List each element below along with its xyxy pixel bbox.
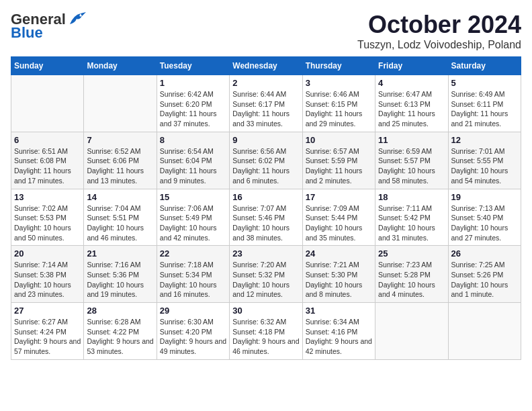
day-number: 13 — [14, 192, 81, 202]
calendar-week-2: 6Sunrise: 6:51 AM Sunset: 6:08 PM Daylig… — [11, 132, 521, 189]
calendar-cell: 25Sunrise: 7:23 AM Sunset: 5:28 PM Dayli… — [375, 246, 448, 303]
day-info: Sunrise: 7:11 AM Sunset: 5:42 PM Dayligh… — [378, 203, 445, 243]
day-number: 25 — [378, 248, 445, 259]
day-info: Sunrise: 7:18 AM Sunset: 5:34 PM Dayligh… — [160, 260, 226, 300]
day-info: Sunrise: 7:21 AM Sunset: 5:30 PM Dayligh… — [306, 260, 372, 300]
day-info: Sunrise: 6:27 AM Sunset: 4:24 PM Dayligh… — [14, 317, 81, 357]
calendar-cell: 20Sunrise: 7:14 AM Sunset: 5:38 PM Dayli… — [11, 246, 84, 303]
day-info: Sunrise: 7:20 AM Sunset: 5:32 PM Dayligh… — [232, 260, 299, 300]
day-number: 17 — [306, 192, 372, 202]
calendar-cell: 13Sunrise: 7:02 AM Sunset: 5:53 PM Dayli… — [11, 189, 84, 246]
day-number: 31 — [306, 306, 372, 316]
day-info: Sunrise: 6:42 AM Sunset: 6:20 PM Dayligh… — [160, 89, 226, 129]
logo-bird-icon — [67, 12, 86, 27]
weekday-header-monday: Monday — [84, 57, 157, 75]
location: Tuszyn, Lodz Voivodeship, Poland — [357, 39, 521, 51]
day-info: Sunrise: 6:30 AM Sunset: 4:20 PM Dayligh… — [160, 317, 226, 357]
day-number: 5 — [451, 78, 518, 88]
month-title: October 2024 — [357, 11, 521, 39]
day-number: 30 — [232, 306, 299, 316]
logo: General Blue — [11, 11, 86, 42]
weekday-header-wednesday: Wednesday — [230, 57, 302, 75]
calendar-cell: 8Sunrise: 6:54 AM Sunset: 6:04 PM Daylig… — [157, 132, 229, 189]
day-number: 3 — [306, 78, 372, 88]
calendar-week-5: 27Sunrise: 6:27 AM Sunset: 4:24 PM Dayli… — [11, 303, 521, 360]
calendar-cell: 4Sunrise: 6:47 AM Sunset: 6:13 PM Daylig… — [375, 75, 448, 132]
day-number: 23 — [232, 248, 299, 259]
day-info: Sunrise: 7:04 AM Sunset: 5:51 PM Dayligh… — [87, 203, 153, 243]
day-info: Sunrise: 7:09 AM Sunset: 5:44 PM Dayligh… — [306, 203, 372, 243]
calendar-cell: 12Sunrise: 7:01 AM Sunset: 5:55 PM Dayli… — [448, 132, 521, 189]
day-info: Sunrise: 6:32 AM Sunset: 4:18 PM Dayligh… — [232, 317, 299, 357]
day-number: 20 — [14, 248, 81, 259]
page-header: General Blue October 2024 Tuszyn, Lodz V… — [11, 11, 521, 51]
calendar-week-1: 1Sunrise: 6:42 AM Sunset: 6:20 PM Daylig… — [11, 75, 521, 132]
calendar-cell: 22Sunrise: 7:18 AM Sunset: 5:34 PM Dayli… — [157, 246, 229, 303]
calendar-header-row: SundayMondayTuesdayWednesdayThursdayFrid… — [11, 57, 521, 75]
day-info: Sunrise: 7:14 AM Sunset: 5:38 PM Dayligh… — [14, 260, 81, 300]
weekday-header-friday: Friday — [375, 57, 448, 75]
calendar-week-3: 13Sunrise: 7:02 AM Sunset: 5:53 PM Dayli… — [11, 189, 521, 246]
calendar-cell — [375, 303, 448, 360]
calendar-cell: 5Sunrise: 6:49 AM Sunset: 6:11 PM Daylig… — [448, 75, 521, 132]
day-number: 28 — [87, 306, 153, 316]
calendar-cell: 31Sunrise: 6:34 AM Sunset: 4:16 PM Dayli… — [302, 303, 375, 360]
day-number: 15 — [160, 192, 226, 202]
weekday-header-tuesday: Tuesday — [157, 57, 229, 75]
calendar-cell — [84, 75, 157, 132]
day-info: Sunrise: 6:56 AM Sunset: 6:02 PM Dayligh… — [232, 146, 299, 186]
day-info: Sunrise: 6:52 AM Sunset: 6:06 PM Dayligh… — [87, 146, 153, 186]
day-number: 6 — [14, 135, 81, 145]
day-info: Sunrise: 6:28 AM Sunset: 4:22 PM Dayligh… — [87, 317, 153, 357]
day-number: 7 — [87, 135, 153, 145]
calendar-body: 1Sunrise: 6:42 AM Sunset: 6:20 PM Daylig… — [11, 75, 521, 360]
calendar-cell: 3Sunrise: 6:46 AM Sunset: 6:15 PM Daylig… — [302, 75, 375, 132]
day-info: Sunrise: 7:01 AM Sunset: 5:55 PM Dayligh… — [451, 146, 518, 186]
day-number: 14 — [87, 192, 153, 202]
day-number: 1 — [160, 78, 226, 88]
day-info: Sunrise: 6:49 AM Sunset: 6:11 PM Dayligh… — [451, 89, 518, 129]
calendar-cell — [448, 303, 521, 360]
calendar-cell: 15Sunrise: 7:06 AM Sunset: 5:49 PM Dayli… — [157, 189, 229, 246]
day-number: 24 — [306, 248, 372, 259]
day-number: 27 — [14, 306, 81, 316]
calendar-cell: 6Sunrise: 6:51 AM Sunset: 6:08 PM Daylig… — [11, 132, 84, 189]
day-number: 19 — [451, 192, 518, 202]
day-info: Sunrise: 6:59 AM Sunset: 5:57 PM Dayligh… — [378, 146, 445, 186]
calendar-week-4: 20Sunrise: 7:14 AM Sunset: 5:38 PM Dayli… — [11, 246, 521, 303]
weekday-header-thursday: Thursday — [302, 57, 375, 75]
day-number: 9 — [232, 135, 299, 145]
calendar-cell: 30Sunrise: 6:32 AM Sunset: 4:18 PM Dayli… — [230, 303, 302, 360]
logo-blue: Blue — [11, 24, 43, 42]
day-info: Sunrise: 7:02 AM Sunset: 5:53 PM Dayligh… — [14, 203, 81, 243]
calendar-cell: 10Sunrise: 6:57 AM Sunset: 5:59 PM Dayli… — [302, 132, 375, 189]
day-number: 8 — [160, 135, 226, 145]
calendar-cell: 27Sunrise: 6:27 AM Sunset: 4:24 PM Dayli… — [11, 303, 84, 360]
calendar-cell: 11Sunrise: 6:59 AM Sunset: 5:57 PM Dayli… — [375, 132, 448, 189]
calendar-cell — [11, 75, 84, 132]
day-number: 10 — [306, 135, 372, 145]
calendar-cell: 23Sunrise: 7:20 AM Sunset: 5:32 PM Dayli… — [230, 246, 302, 303]
calendar-cell: 26Sunrise: 7:25 AM Sunset: 5:26 PM Dayli… — [448, 246, 521, 303]
day-info: Sunrise: 6:44 AM Sunset: 6:17 PM Dayligh… — [232, 89, 299, 129]
calendar-cell: 9Sunrise: 6:56 AM Sunset: 6:02 PM Daylig… — [230, 132, 302, 189]
day-number: 4 — [378, 78, 445, 88]
calendar-cell: 17Sunrise: 7:09 AM Sunset: 5:44 PM Dayli… — [302, 189, 375, 246]
day-info: Sunrise: 6:57 AM Sunset: 5:59 PM Dayligh… — [306, 146, 372, 186]
day-info: Sunrise: 6:51 AM Sunset: 6:08 PM Dayligh… — [14, 146, 81, 186]
day-info: Sunrise: 6:54 AM Sunset: 6:04 PM Dayligh… — [160, 146, 226, 186]
calendar-cell: 16Sunrise: 7:07 AM Sunset: 5:46 PM Dayli… — [230, 189, 302, 246]
calendar-table: SundayMondayTuesdayWednesdayThursdayFrid… — [11, 56, 521, 360]
day-number: 29 — [160, 306, 226, 316]
calendar-cell: 18Sunrise: 7:11 AM Sunset: 5:42 PM Dayli… — [375, 189, 448, 246]
day-info: Sunrise: 7:23 AM Sunset: 5:28 PM Dayligh… — [378, 260, 445, 300]
calendar-cell: 14Sunrise: 7:04 AM Sunset: 5:51 PM Dayli… — [84, 189, 157, 246]
day-info: Sunrise: 6:47 AM Sunset: 6:13 PM Dayligh… — [378, 89, 445, 129]
title-block: October 2024 Tuszyn, Lodz Voivodeship, P… — [357, 11, 521, 51]
weekday-header-saturday: Saturday — [448, 57, 521, 75]
calendar-cell: 19Sunrise: 7:13 AM Sunset: 5:40 PM Dayli… — [448, 189, 521, 246]
calendar-cell: 28Sunrise: 6:28 AM Sunset: 4:22 PM Dayli… — [84, 303, 157, 360]
day-info: Sunrise: 7:07 AM Sunset: 5:46 PM Dayligh… — [232, 203, 299, 243]
day-info: Sunrise: 7:06 AM Sunset: 5:49 PM Dayligh… — [160, 203, 226, 243]
calendar-cell: 29Sunrise: 6:30 AM Sunset: 4:20 PM Dayli… — [157, 303, 229, 360]
